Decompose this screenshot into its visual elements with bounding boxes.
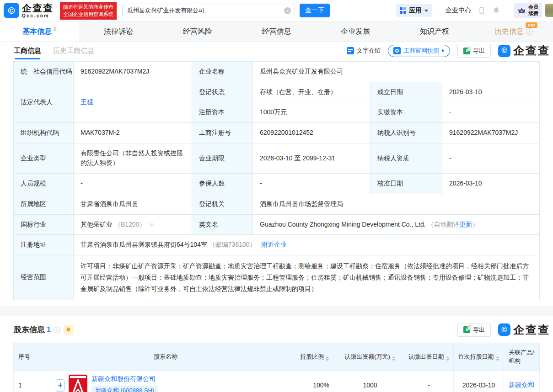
first-holding-date: 2026-03-10 — [454, 371, 504, 392]
divider — [439, 7, 439, 14]
search-input[interactable]: 瓜州县众兴矿业开发有限公司 — [122, 4, 295, 17]
col-subscribed-date[interactable]: 认缴出资日期 — [404, 343, 454, 371]
member-renew-button[interactable]: 会员 续费 — [514, 3, 542, 18]
crown-icon — [517, 7, 526, 15]
field-label: 注册资本 — [192, 102, 253, 123]
sub-toolbar: 工商信息 历史工商信息 文字介绍 工商官网快照 导出 企查查 — [0, 42, 553, 59]
field-value: - — [253, 174, 370, 194]
col-ratio[interactable]: 持股比例 — [281, 343, 336, 371]
field-label: 注册地址 — [14, 235, 74, 255]
sort-icon[interactable] — [446, 356, 450, 361]
field-value: 620922001012452 — [253, 123, 370, 143]
table-row: 国标行业 其他采矿业 （B1200） 英文名 Guazhou County Zh… — [14, 214, 540, 235]
table-header-row: 序号 股东名称 持股比例 认缴出资额(万元) 认缴出资日期 首次持股日期 关联产… — [14, 343, 540, 371]
camera-icon — [393, 47, 401, 54]
info-icon — [526, 28, 533, 35]
tab-basic-info-count: 8 — [54, 26, 57, 32]
qcc-logo-text: 企查查 — [22, 3, 54, 13]
qcc-watermark-icon — [498, 323, 510, 336]
field-value: 2026-03-10 — [442, 82, 540, 102]
qcc-logo-subtext: Qcc.com — [22, 14, 54, 18]
table-row: 经营范围 许可项目：非煤矿山矿产资源开采；矿产资源勘查；地质灾害治理工程勘查；测… — [14, 255, 540, 300]
text-intro-button[interactable]: 文字介绍 — [347, 47, 381, 55]
table-row: 人员规模 - 参保人数 - 核准日期 2026-03-10 — [14, 174, 540, 194]
field-label: 纳税人识别号 — [370, 123, 442, 143]
sort-icon[interactable] — [326, 356, 329, 361]
slogan-line1: 缔造有远见的商业传奇 — [63, 3, 113, 11]
table-row: 所属地区 甘肃省酒泉市瓜州县 登记机关 酒泉市瓜州县市场监督管理局 — [14, 194, 540, 214]
field-label: 英文名 — [192, 214, 253, 235]
table-row: 1 — [14, 371, 540, 392]
divider — [507, 7, 507, 14]
main-tab-bar: 基本信息 8 法律诉讼 经营风险 经营信息 企业发展 知识产权 VIP 历史信息 — [0, 21, 553, 42]
field-label: 核准日期 — [370, 174, 442, 194]
apps-menu-button[interactable]: 应用 — [396, 4, 432, 17]
business-scope: 许可项目：非煤矿山矿产资源开采；矿产资源勘查；地质灾害治理工程勘查；测绘服务；建… — [81, 260, 532, 295]
expand-row-button[interactable] — [56, 379, 64, 392]
sort-icon[interactable] — [392, 356, 396, 361]
tab-operation-risk[interactable]: 经营风险 — [158, 21, 237, 42]
user-avatar[interactable] — [545, 4, 553, 17]
shareholders-title: 股东信息 — [14, 324, 45, 335]
field-value: 91620922MAK7037M2J — [74, 62, 192, 82]
field-label: 企业名称 — [192, 62, 253, 82]
arrow-right-icon — [442, 49, 445, 53]
tab-operation-info[interactable]: 经营信息 — [237, 21, 316, 42]
notifications-bell-icon[interactable] — [492, 6, 500, 15]
shareholder-name-link[interactable]: 新疆众和股份有限公司 — [91, 375, 156, 383]
table-row: 法定代表人 王猛 登记状态 存续（在营、开业、在册） 成立日期 2026-03-… — [14, 82, 540, 102]
field-value: 甘肃省酒泉市瓜州县 — [74, 194, 192, 214]
field-value: 2026-03-10 — [442, 174, 540, 194]
qcc-watermark: 企查查 — [498, 323, 550, 337]
col-seq: 序号 — [14, 343, 50, 371]
shareholders-section-header: 股东信息 1 导出 企查查 — [0, 316, 553, 343]
table-row: 企业类型 有限责任公司（非自然人投资或控股的法人独资） 营业期限 2026-03… — [14, 143, 540, 173]
translate-refresh-link[interactable]: 更新 — [460, 221, 472, 228]
official-snapshot-button[interactable]: 工商官网快照 — [388, 45, 450, 57]
tab-intellectual-property[interactable]: 知识产权 — [395, 21, 474, 42]
qcc-watermark-icon — [498, 45, 510, 57]
subscribed-date: - — [404, 371, 454, 392]
export-shareholders-button[interactable]: 导出 — [457, 323, 491, 337]
search-button[interactable]: 查一下 — [300, 4, 330, 17]
field-label: 经营范围 — [14, 255, 74, 300]
field-value: 酒泉市瓜州县市场监督管理局 — [253, 194, 540, 214]
related-product-link[interactable]: 新疆众和 — [509, 381, 534, 388]
legal-rep-link[interactable]: 王猛 — [81, 98, 93, 106]
enterprise-center-link[interactable]: 企业中心 — [446, 6, 471, 15]
subtab-business-info[interactable]: 工商信息 — [14, 42, 41, 59]
postal-code: （邮编736100） — [209, 241, 256, 248]
field-label: 工商注册号 — [192, 123, 253, 143]
field-label: 登记状态 — [192, 82, 253, 102]
industry-name: 其他采矿业 — [81, 221, 113, 228]
tab-history-info[interactable]: VIP 历史信息 — [474, 21, 553, 42]
col-related-products: 关联产品/机构 — [504, 343, 540, 371]
related-product: 新疆众和 — [504, 371, 540, 392]
table-row: 组织机构代码 MAK7037M-2 工商注册号 620922001012452 … — [14, 123, 540, 143]
holding-ratio: 100% — [281, 371, 336, 392]
field-label: 实缴资本 — [370, 102, 442, 123]
stock-ticker-tag[interactable]: 新疆众和 (600888.SH) — [91, 386, 158, 392]
industry-code: （B1200） — [114, 221, 145, 228]
col-subscribed-amount[interactable]: 认缴出资额(万元) — [336, 343, 404, 371]
export-button[interactable]: 导出 — [457, 44, 491, 58]
field-value: 甘肃省酒泉市瓜州县渊泉镇县府街64号104室 （邮编736100） 附近企业 — [74, 235, 540, 255]
subtab-history-business-info[interactable]: 历史工商信息 — [53, 42, 94, 59]
qcc-logo[interactable]: 企查查 Qcc.com — [4, 3, 54, 18]
col-first-holding-date[interactable]: 首次持股日期 — [454, 343, 504, 371]
field-label: 登记机关 — [192, 194, 253, 214]
clear-search-icon[interactable] — [284, 7, 291, 14]
tab-basic-info[interactable]: 基本信息 8 — [0, 21, 79, 42]
chevron-down-icon[interactable] — [150, 221, 155, 226]
search-value: 瓜州县众兴矿业开发有限公司 — [127, 6, 204, 15]
field-value: 91620922MAK7037M2J — [442, 123, 540, 143]
tab-company-development[interactable]: 企业发展 — [316, 21, 395, 42]
top-header: 企查查 Qcc.com 缔造有远见的商业传奇 全国企业信用查询系统 瓜州县众兴矿… — [0, 0, 553, 21]
nearby-companies-link[interactable]: 附近企业 — [261, 241, 287, 248]
monitor-bell-button[interactable] — [64, 325, 74, 335]
english-name: Guazhou County Zhongxing Mining Developm… — [260, 221, 426, 228]
sort-icon[interactable] — [496, 356, 499, 361]
mobile-app-icon[interactable] — [478, 6, 486, 15]
qcc-watermark: 企查查 — [498, 43, 550, 58]
tab-legal-proceedings[interactable]: 法律诉讼 — [79, 21, 158, 42]
